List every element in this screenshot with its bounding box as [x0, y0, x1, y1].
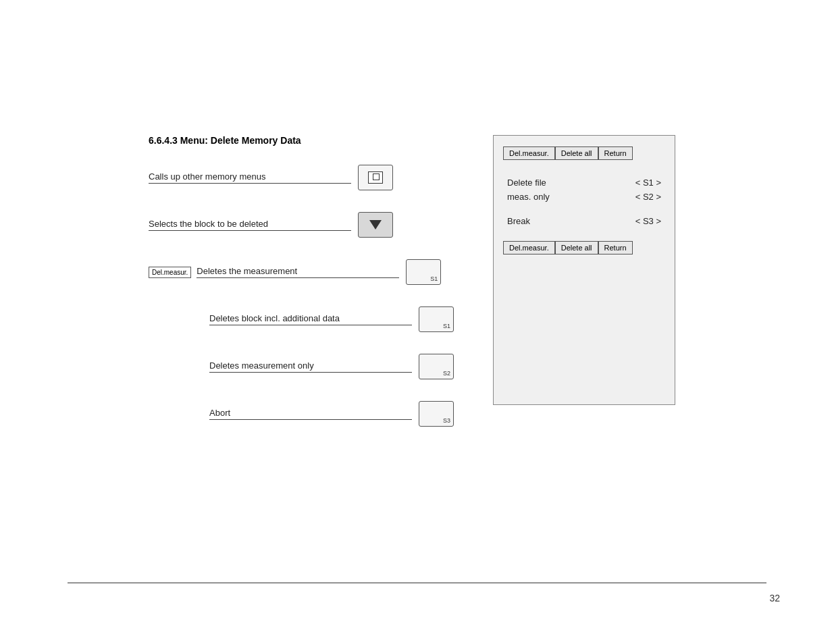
panel-delete-file-right: < S1 >: [635, 178, 661, 188]
panel-break-right: < S3 >: [635, 216, 661, 226]
panel-break-left: Break: [507, 216, 530, 226]
panel-btn-delete-all-top[interactable]: Delete all: [555, 146, 598, 160]
panel-btn-return-bottom[interactable]: Return: [598, 241, 633, 254]
row-memory-label: Calls up other memory menus: [149, 171, 351, 184]
right-panel: Del.measur. Delete all Return Delete fil…: [493, 135, 675, 405]
s1-label-1: S1: [430, 275, 438, 282]
s1-button-1[interactable]: S1: [406, 259, 441, 285]
panel-meas-only-left: meas. only: [507, 192, 550, 202]
panel-delete-file-left: Delete file: [507, 178, 546, 188]
page-number: 32: [769, 593, 780, 603]
del-measur-tag: Del.measur.: [149, 267, 191, 278]
panel-btn-delete-all-bottom[interactable]: Delete all: [555, 241, 598, 254]
s2-button[interactable]: S2: [419, 354, 454, 379]
triangle-icon: [369, 220, 382, 230]
panel-btn-del-measur-bottom[interactable]: Del.measur.: [503, 241, 555, 254]
bottom-rule: [68, 583, 766, 584]
panel-divider: [507, 209, 661, 209]
s3-label: S3: [443, 417, 450, 424]
s2-label: S2: [443, 370, 450, 377]
row-del-measur-label: Deletes the measurement: [197, 266, 399, 278]
panel-top-btn-row: Del.measur. Delete all Return: [503, 146, 665, 160]
row-del-block-label: Deletes block incl. additional data: [209, 313, 412, 325]
triangle-button[interactable]: [358, 212, 393, 238]
memory-button[interactable]: [358, 165, 393, 190]
row-del-meas-only-label: Deletes measurement only: [209, 360, 412, 373]
row-select-label: Selects the block to be deleted: [149, 219, 351, 231]
row-abort-label: Abort: [209, 408, 412, 420]
memory-icon: [368, 171, 383, 184]
s3-button[interactable]: S3: [419, 401, 454, 427]
panel-meas-only-right: < S2 >: [635, 192, 661, 202]
s1-button-2[interactable]: S1: [419, 306, 454, 332]
panel-row-delete-file: Delete file < S1 >: [507, 178, 661, 188]
panel-row-break: Break < S3 >: [507, 216, 661, 226]
panel-btn-return-top[interactable]: Return: [598, 146, 633, 160]
panel-btn-del-measur-top[interactable]: Del.measur.: [503, 146, 555, 160]
panel-row-meas-only: meas. only < S2 >: [507, 192, 661, 202]
s1-label-2: S1: [443, 323, 450, 329]
panel-content: Delete file < S1 > meas. only < S2 > Bre…: [503, 169, 665, 238]
panel-bottom-btn-row: Del.measur. Delete all Return: [503, 241, 665, 254]
